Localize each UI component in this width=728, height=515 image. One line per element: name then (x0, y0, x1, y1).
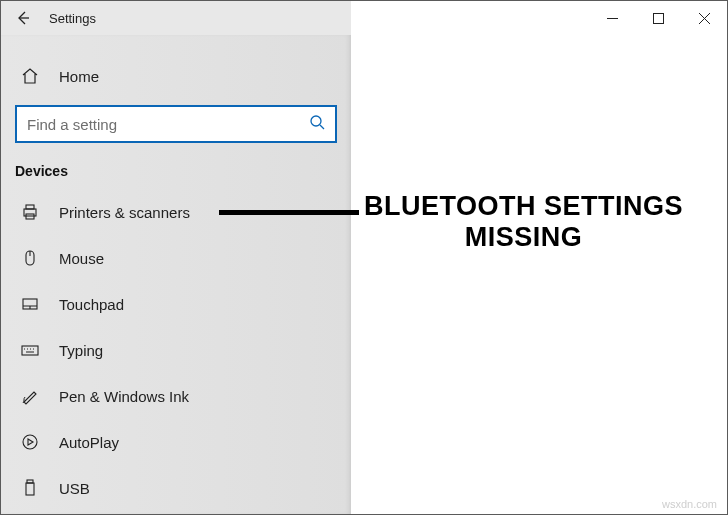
window-title: Settings (49, 11, 96, 26)
close-icon (699, 13, 710, 24)
back-button[interactable] (1, 1, 45, 35)
pen-icon (19, 387, 41, 405)
svg-rect-3 (26, 205, 34, 209)
svg-rect-10 (27, 480, 33, 483)
annotation-line1: BLUETOOTH SETTINGS (364, 191, 683, 222)
maximize-icon (653, 13, 664, 24)
search-container: Find a setting (15, 105, 337, 143)
nav-typing[interactable]: Typing (1, 327, 351, 373)
nav-item-label: Pen & Windows Ink (59, 388, 189, 405)
arrow-left-icon (15, 10, 31, 26)
nav-usb[interactable]: USB (1, 465, 351, 511)
svg-rect-9 (26, 483, 34, 495)
titlebar-right (351, 1, 727, 35)
nav-home-label: Home (59, 68, 99, 85)
close-button[interactable] (681, 1, 727, 35)
nav-item-label: Typing (59, 342, 103, 359)
search-input[interactable]: Find a setting (15, 105, 337, 143)
svg-rect-0 (653, 13, 663, 23)
nav-item-label: AutoPlay (59, 434, 119, 451)
search-icon (309, 114, 325, 134)
annotation-text: BLUETOOTH SETTINGS MISSING (364, 191, 683, 253)
minimize-icon (607, 13, 618, 24)
nav-touchpad[interactable]: Touchpad (1, 281, 351, 327)
annotation-arrow (219, 210, 359, 215)
home-icon (19, 67, 41, 85)
usb-icon (19, 479, 41, 497)
maximize-button[interactable] (635, 1, 681, 35)
keyboard-icon (19, 341, 41, 359)
minimize-button[interactable] (589, 1, 635, 35)
printer-icon (19, 203, 41, 221)
nav-item-label: Mouse (59, 250, 104, 267)
annotation-line2: MISSING (364, 222, 683, 253)
titlebar: Settings (1, 1, 727, 35)
touchpad-icon (19, 295, 41, 313)
nav-item-label: Touchpad (59, 296, 124, 313)
section-header-devices: Devices (1, 155, 351, 189)
main-content (351, 35, 727, 514)
nav-autoplay[interactable]: AutoPlay (1, 419, 351, 465)
nav-item-label: USB (59, 480, 90, 497)
mouse-icon (19, 249, 41, 267)
svg-rect-7 (22, 346, 38, 355)
window-body: Home Find a setting Devices Printers & s… (1, 35, 727, 514)
search-placeholder: Find a setting (27, 116, 117, 133)
watermark: wsxdn.com (662, 498, 717, 510)
titlebar-left: Settings (1, 1, 351, 35)
svg-point-8 (23, 435, 37, 449)
autoplay-icon (19, 433, 41, 451)
sidebar: Home Find a setting Devices Printers & s… (1, 35, 351, 514)
settings-window: Settings Home Find a sett (0, 0, 728, 515)
svg-point-1 (311, 116, 321, 126)
nav-home[interactable]: Home (1, 53, 351, 99)
nav-mouse[interactable]: Mouse (1, 235, 351, 281)
nav-pen-ink[interactable]: Pen & Windows Ink (1, 373, 351, 419)
nav-item-label: Printers & scanners (59, 204, 190, 221)
